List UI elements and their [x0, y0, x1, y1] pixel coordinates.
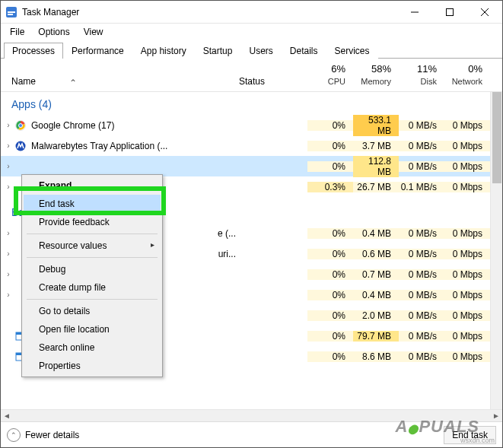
cpu-cell: 0%	[307, 331, 353, 342]
col-header-cpu[interactable]: 6% CPU	[307, 63, 353, 91]
disk-cell: 0 MB/s	[399, 310, 444, 321]
memory-cell: 112.8 MB	[353, 156, 399, 177]
disk-percent: 11%	[399, 63, 437, 75]
ctx-search-online[interactable]: Search online	[24, 338, 161, 357]
fewer-details-toggle[interactable]: ⌃ Fewer details	[7, 428, 79, 442]
minimize-button[interactable]	[397, 1, 432, 24]
expand-chevron-icon[interactable]: ›	[1, 249, 11, 258]
expand-chevron-icon[interactable]: ›	[1, 229, 11, 237]
process-row-malwarebytes[interactable]: › Malwarebytes Tray Application (... 0% …	[1, 135, 502, 156]
col-header-memory[interactable]: 58% Memory	[353, 63, 399, 91]
context-menu: Expand End task Provide feedback Resourc…	[21, 174, 163, 377]
col-header-network[interactable]: 0% Network	[444, 63, 490, 91]
vertical-scrollbar[interactable]	[490, 92, 502, 447]
memory-cell: 26.7 MB	[353, 182, 399, 192]
col-header-status[interactable]: Status	[239, 76, 307, 91]
memory-cell: 0.7 MB	[353, 269, 399, 280]
ctx-separator	[27, 257, 158, 258]
scrollbar-thumb[interactable]	[492, 92, 501, 183]
network-cell: 0 Mbps	[444, 351, 490, 362]
menu-file[interactable]: File	[4, 25, 30, 39]
memory-percent: 58%	[353, 63, 391, 75]
chevron-up-icon: ⌃	[7, 428, 21, 442]
watermark-logo-icon: ⬤	[408, 424, 419, 434]
memory-cell: 2.0 MB	[353, 310, 399, 321]
expand-chevron-icon[interactable]: ›	[1, 141, 11, 150]
ctx-provide-feedback[interactable]: Provide feedback	[24, 213, 161, 231]
memory-cell: 0.4 MB	[353, 290, 399, 300]
col-header-name[interactable]: ⌃ Name	[1, 76, 239, 91]
disk-cell: 0 MB/s	[399, 120, 444, 131]
disk-cell: 0 MB/s	[399, 141, 444, 151]
cpu-cell: 0%	[307, 351, 353, 362]
expand-chevron-icon[interactable]: ›	[1, 270, 11, 278]
ctx-end-task[interactable]: End task	[24, 195, 161, 213]
cpu-cell: 0%	[307, 161, 353, 172]
memory-cell: 533.1 MB	[353, 115, 399, 136]
memory-cell: 0.4 MB	[353, 228, 399, 239]
group-apps[interactable]: Apps (4)	[1, 92, 502, 115]
ctx-debug[interactable]: Debug	[24, 260, 161, 278]
title-bar[interactable]: Task Manager	[1, 1, 502, 24]
process-name: Google Chrome (17)	[31, 120, 239, 131]
expand-chevron-icon[interactable]: ›	[1, 291, 11, 299]
disk-cell: 0 MB/s	[399, 331, 444, 342]
disk-cell: 0 MB/s	[399, 269, 444, 280]
disk-label: Disk	[421, 77, 437, 86]
process-row-chrome[interactable]: › Google Chrome (17) 0% 533.1 MB 0 MB/s …	[1, 115, 502, 135]
menu-bar: File Options View	[1, 24, 502, 40]
tab-performance[interactable]: Performance	[63, 43, 132, 59]
tab-startup[interactable]: Startup	[195, 43, 241, 59]
tab-services[interactable]: Services	[326, 43, 378, 59]
cpu-cell: 0.3%	[307, 182, 353, 192]
cpu-cell: 0%	[307, 249, 353, 259]
task-manager-window: Task Manager File Options View Processes…	[0, 0, 503, 448]
fewer-details-label: Fewer details	[25, 430, 79, 440]
scroll-right-icon[interactable]: ►	[490, 411, 502, 420]
network-cell: 0 Mbps	[444, 269, 490, 280]
cpu-cell: 0%	[307, 290, 353, 300]
disk-cell: 0.1 MB/s	[399, 182, 444, 192]
cpu-cell: 0%	[307, 228, 353, 239]
disk-cell: 0 MB/s	[399, 290, 444, 300]
expand-chevron-icon[interactable]: ›	[1, 183, 11, 191]
ctx-expand[interactable]: Expand	[24, 176, 161, 195]
menu-view[interactable]: View	[78, 25, 110, 39]
menu-options[interactable]: Options	[32, 25, 75, 39]
ctx-resource-values[interactable]: Resource values	[24, 237, 161, 255]
watermark-brand: A⬤PUALS	[396, 417, 479, 437]
maximize-button[interactable]	[432, 1, 467, 24]
memory-cell: 8.6 MB	[353, 351, 399, 362]
memory-label: Memory	[361, 77, 391, 86]
tab-users[interactable]: Users	[240, 43, 281, 59]
process-row-selected[interactable]: › 0% 112.8 MB 0 MB/s 0 Mbps	[1, 156, 502, 176]
network-cell: 0 Mbps	[444, 249, 490, 259]
cpu-label: CPU	[328, 77, 345, 86]
app-icon	[14, 160, 27, 173]
tab-processes[interactable]: Processes	[4, 43, 63, 59]
network-cell: 0 Mbps	[444, 182, 490, 192]
expand-chevron-icon[interactable]: ›	[1, 121, 11, 129]
col-header-disk[interactable]: 11% Disk	[399, 63, 444, 91]
memory-cell: 0.6 MB	[353, 249, 399, 259]
app-icon	[5, 6, 18, 18]
expand-chevron-icon[interactable]: ›	[1, 162, 11, 170]
tab-app-history[interactable]: App history	[132, 43, 195, 59]
cpu-percent: 6%	[307, 63, 345, 75]
memory-cell: 3.7 MB	[353, 141, 399, 151]
network-cell: 0 Mbps	[444, 228, 490, 239]
ctx-properties[interactable]: Properties	[24, 357, 161, 375]
tab-details[interactable]: Details	[282, 43, 326, 59]
network-cell: 0 Mbps	[444, 310, 490, 321]
network-cell: 0 Mbps	[444, 290, 490, 300]
close-button[interactable]	[467, 1, 502, 24]
disk-cell: 0 MB/s	[399, 228, 444, 239]
ctx-open-file-location[interactable]: Open file location	[24, 320, 161, 338]
scroll-left-icon[interactable]: ◄	[1, 411, 13, 420]
ctx-create-dump-file[interactable]: Create dump file	[24, 278, 161, 297]
ctx-separator	[27, 299, 158, 300]
network-cell: 0 Mbps	[444, 141, 490, 151]
disk-cell: 0 MB/s	[399, 161, 444, 172]
cpu-cell: 0%	[307, 310, 353, 321]
ctx-go-to-details[interactable]: Go to details	[24, 302, 161, 320]
